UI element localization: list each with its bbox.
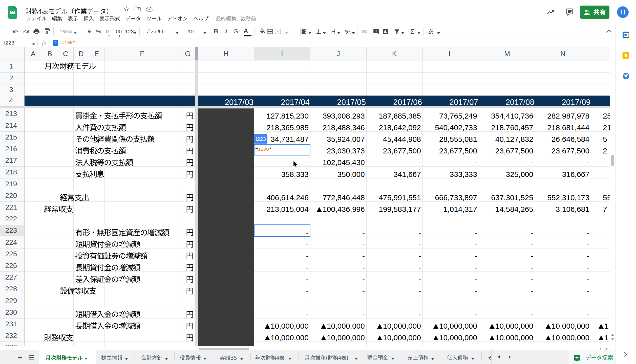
svg-text:31: 31	[624, 34, 627, 37]
